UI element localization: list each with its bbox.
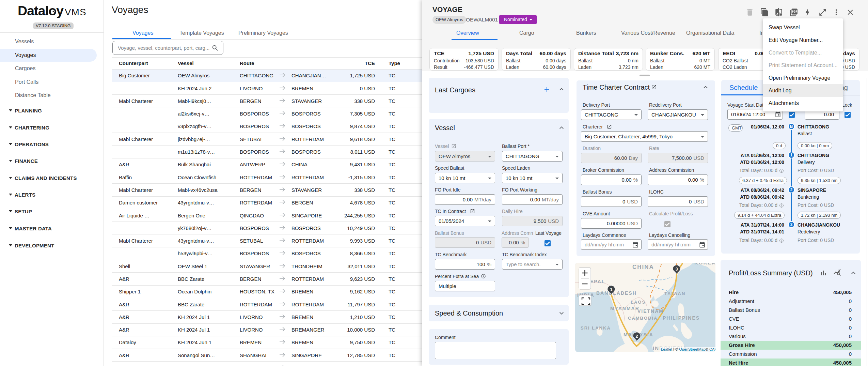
svg-text:LAOS: LAOS bbox=[631, 300, 646, 305]
svg-text:3: 3 bbox=[675, 266, 678, 272]
svg-text:1: 1 bbox=[610, 287, 612, 292]
svg-text:Leaflet | © OpenStreetMap© CAR: Leaflet | © OpenStreetMap© CARTO bbox=[661, 347, 715, 351]
svg-text:CHINA: CHINA bbox=[632, 264, 654, 270]
svg-text:PHILIPPINES: PHILIPPINES bbox=[663, 315, 700, 321]
svg-text:SRI LANKA: SRI LANKA bbox=[581, 325, 611, 331]
svg-text:MYANMAR: MYANMAR bbox=[610, 306, 640, 311]
svg-text:TAIWAN: TAIWAN bbox=[664, 291, 685, 296]
svg-text:VIETNAM: VIETNAM bbox=[637, 308, 664, 314]
svg-text:2: 2 bbox=[635, 334, 638, 339]
svg-text:EPAL: EPAL bbox=[590, 279, 605, 284]
svg-text:BANGLADESH: BANGLADESH bbox=[596, 290, 637, 296]
svg-text:CAMBODIA: CAMBODIA bbox=[628, 316, 658, 321]
svg-text:KOREA: KOREA bbox=[694, 263, 715, 265]
